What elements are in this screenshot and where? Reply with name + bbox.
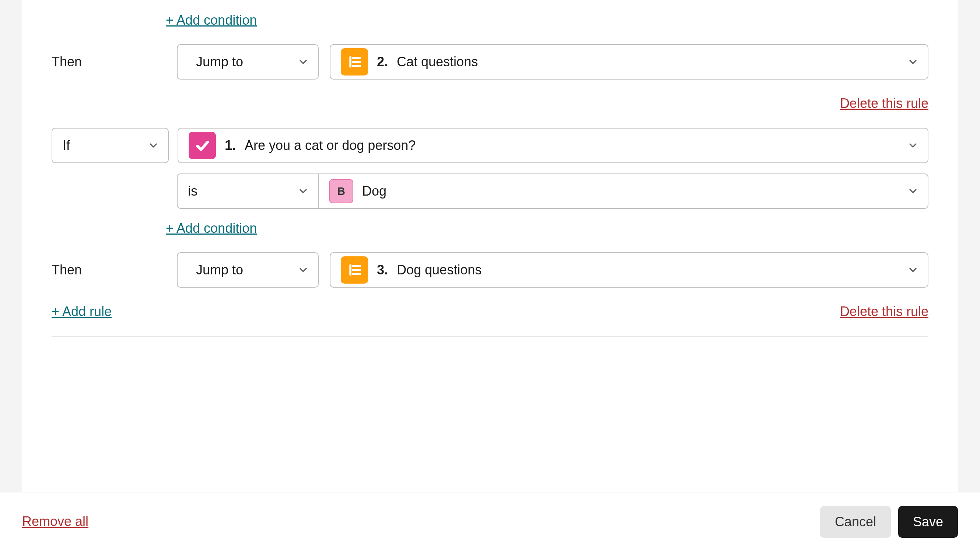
then-row: Then Jump to 2. Cat questions [52,44,928,79]
answer-select[interactable]: B Dog [319,173,928,209]
section-icon [341,256,368,284]
chevron-down-icon [907,56,919,68]
rule-1-partial: + Add condition Then Jump to 2. [52,11,928,113]
delete-rule-link[interactable]: Delete this rule [840,94,928,113]
conjunction-value: If [63,136,142,155]
target-select[interactable]: 2. Cat questions [330,44,928,79]
then-label: Then [52,53,166,71]
chevron-down-icon [298,264,309,276]
cancel-button[interactable]: Cancel [820,506,891,538]
target-number: 3. [377,261,388,279]
then-label: Then [52,261,166,279]
delete-rule-link[interactable]: Delete this rule [840,302,928,321]
then-row: Then Jump to 3. Dog questions [52,252,928,287]
target-select[interactable]: 3. Dog questions [330,252,928,287]
question-number: 1. [225,136,236,155]
action-select[interactable]: Jump to [177,252,319,287]
add-condition-link[interactable]: + Add condition [166,11,257,29]
footer-bar: Remove all Cancel Save [0,492,980,551]
remove-all-link[interactable]: Remove all [22,512,88,531]
chevron-down-icon [907,140,919,151]
add-condition-link[interactable]: + Add condition [166,219,257,238]
conjunction-select[interactable]: If [52,128,169,163]
target-label: Dog questions [397,261,482,279]
rule-2: If 1. Are you a cat or dog person? [52,128,928,337]
chevron-down-icon [298,56,309,68]
answer-key-chip: B [329,179,353,203]
chevron-down-icon [147,140,159,151]
section-icon [341,48,368,76]
action-value: Jump to [196,53,291,71]
target-number: 2. [377,53,388,71]
check-icon [189,132,216,159]
operator-select[interactable]: is [177,173,319,209]
chevron-down-icon [907,185,919,197]
if-row: If 1. Are you a cat or dog person? [52,128,928,163]
question-select[interactable]: 1. Are you a cat or dog person? [178,128,928,163]
action-select[interactable]: Jump to [177,44,319,79]
chevron-down-icon [907,264,919,276]
add-rule-link[interactable]: + Add rule [52,302,111,321]
rules-editor: + Add condition Then Jump to 2. [22,0,958,551]
condition-row: is B Dog [52,173,928,209]
question-label: Are you a cat or dog person? [245,136,415,155]
target-label: Cat questions [397,53,478,71]
action-value: Jump to [196,261,291,279]
answer-label: Dog [362,182,387,200]
operator-value: is [188,182,291,200]
save-button[interactable]: Save [898,506,958,538]
chevron-down-icon [298,185,309,197]
divider [52,336,928,337]
